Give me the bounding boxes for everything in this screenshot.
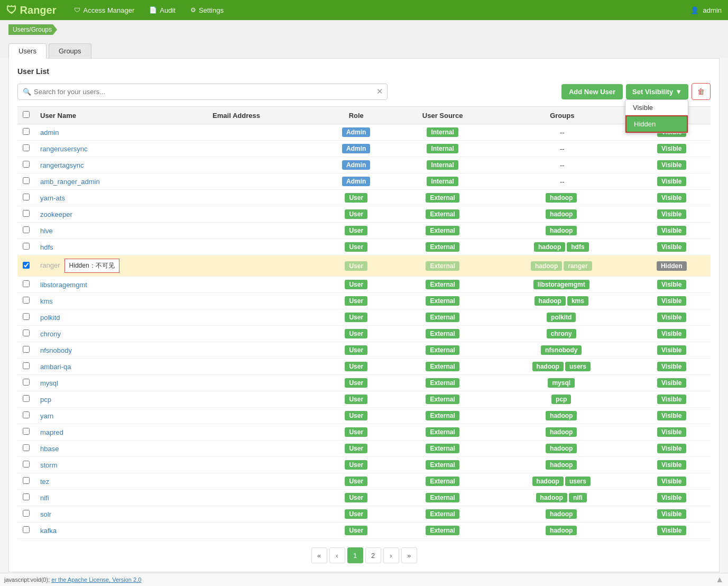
- user-link[interactable]: nifi: [40, 494, 49, 502]
- set-visibility-button[interactable]: Set Visibility ▼: [626, 84, 688, 99]
- group-badge: nifi: [569, 493, 587, 502]
- row-checkbox[interactable]: [23, 428, 30, 435]
- pagination-page-2[interactable]: 2: [365, 547, 381, 563]
- user-link[interactable]: hbase: [40, 445, 59, 453]
- row-checkbox[interactable]: [23, 194, 30, 200]
- user-link[interactable]: storm: [40, 461, 58, 469]
- user-link[interactable]: admin: [40, 129, 59, 136]
- row-checkbox[interactable]: [23, 144, 30, 151]
- table-row: rangerusersyncAdminInternal--Visible: [17, 141, 711, 157]
- status-text: javascript:void(0); er the Apache Licens…: [4, 576, 141, 581]
- visibility-badge: Visible: [657, 345, 686, 355]
- user-link[interactable]: chrony: [40, 330, 61, 338]
- user-link[interactable]: solr: [40, 510, 51, 518]
- visibility-option-visible[interactable]: Visible: [625, 100, 688, 115]
- user-link[interactable]: nfsnobody: [40, 346, 72, 354]
- row-checkbox[interactable]: [23, 128, 30, 135]
- row-checkbox[interactable]: [23, 510, 30, 517]
- row-checkbox[interactable]: [23, 395, 30, 402]
- group-badge: hadoop: [532, 477, 564, 486]
- add-new-user-button[interactable]: Add New User: [561, 84, 623, 99]
- pagination-next[interactable]: ›: [383, 547, 399, 563]
- row-checkbox[interactable]: [23, 493, 30, 500]
- row-checkbox[interactable]: [23, 177, 30, 184]
- user-link[interactable]: amb_ranger_admin: [40, 178, 100, 186]
- tab-groups[interactable]: Groups: [49, 43, 91, 58]
- user-link[interactable]: yarn-ats: [40, 194, 65, 202]
- email-cell: [207, 141, 319, 157]
- user-link[interactable]: hdfs: [40, 243, 53, 251]
- pagination-first[interactable]: «: [311, 547, 327, 563]
- row-checkbox[interactable]: [23, 243, 30, 250]
- pagination-prev[interactable]: ‹: [329, 547, 345, 563]
- groups-cell: hadoop: [492, 190, 633, 206]
- email-cell: [207, 375, 319, 391]
- table-row: solrUserExternalhadoopVisible: [17, 506, 711, 523]
- row-checkbox[interactable]: [23, 329, 30, 336]
- source-badge: Internal: [427, 127, 458, 137]
- groups-cell: hadoop: [492, 457, 633, 473]
- user-link[interactable]: yarn: [40, 412, 53, 420]
- row-checkbox[interactable]: [23, 526, 30, 533]
- tab-users[interactable]: Users: [8, 43, 47, 59]
- groups-cell: hadoopnifi: [492, 490, 633, 506]
- col-header-role: Role: [319, 107, 393, 124]
- email-cell: [207, 359, 319, 375]
- row-checkbox[interactable]: [23, 444, 30, 451]
- user-link[interactable]: ambari-qa: [40, 363, 71, 371]
- role-badge: User: [345, 509, 367, 519]
- groups-cell: hadoop: [492, 424, 633, 441]
- user-link[interactable]: mapred: [40, 428, 63, 436]
- row-checkbox[interactable]: [23, 411, 30, 418]
- col-header-email: Email Address: [207, 107, 319, 124]
- user-link[interactable]: zookeeper: [40, 210, 72, 218]
- user-link[interactable]: pcp: [40, 396, 51, 404]
- row-checkbox[interactable]: [23, 346, 30, 353]
- user-link[interactable]: rangerusersync: [40, 145, 88, 153]
- user-link[interactable]: hive: [40, 227, 53, 235]
- row-checkbox[interactable]: [23, 280, 30, 287]
- delete-button[interactable]: 🗑: [692, 83, 711, 100]
- user-link[interactable]: mysql: [40, 379, 58, 387]
- groups-cell: hadoop: [492, 408, 633, 424]
- visibility-option-hidden[interactable]: Hidden: [625, 115, 688, 133]
- row-checkbox[interactable]: [23, 362, 30, 369]
- source-badge: External: [426, 427, 459, 437]
- pagination-last[interactable]: »: [401, 547, 417, 563]
- brand-logo[interactable]: 🛡 Ranger: [6, 4, 56, 16]
- nav-settings[interactable]: ⚙ Settings: [183, 0, 231, 20]
- nav-access-manager[interactable]: 🛡 Access Manager: [67, 0, 142, 20]
- source-badge: External: [426, 296, 459, 306]
- user-link[interactable]: polkitd: [40, 314, 60, 322]
- source-badge: External: [426, 509, 459, 519]
- row-checkbox[interactable]: [23, 210, 30, 217]
- user-link[interactable]: ranger: [40, 261, 60, 269]
- search-clear-icon[interactable]: ✕: [376, 87, 383, 96]
- groups-cell: polkitd: [492, 309, 633, 326]
- groups-cell: hadoop: [492, 441, 633, 457]
- user-link[interactable]: libstoragemgmt: [40, 281, 87, 289]
- row-checkbox[interactable]: [23, 226, 30, 233]
- table-row: chronyUserExternalchronyVisible: [17, 326, 711, 342]
- brand-shield-icon: 🛡: [6, 4, 17, 16]
- pagination-page-1[interactable]: 1: [347, 547, 363, 563]
- select-all-checkbox[interactable]: [23, 111, 30, 118]
- license-link[interactable]: er the Apache License, Version 2.0: [51, 576, 141, 581]
- row-checkbox[interactable]: [23, 477, 30, 484]
- row-checkbox[interactable]: [23, 161, 30, 168]
- search-input[interactable]: [17, 84, 388, 100]
- groups-cell: --: [492, 124, 633, 141]
- user-link[interactable]: kafka: [40, 527, 57, 535]
- row-checkbox[interactable]: [23, 461, 30, 468]
- user-link[interactable]: kms: [40, 297, 53, 305]
- role-badge: User: [345, 493, 367, 502]
- row-checkbox[interactable]: [23, 379, 30, 386]
- row-checkbox[interactable]: [23, 313, 30, 320]
- nav-audit[interactable]: 📄 Audit: [142, 0, 183, 20]
- row-checkbox[interactable]: [23, 262, 30, 269]
- row-checkbox[interactable]: [23, 297, 30, 304]
- group-badge: hdfs: [567, 242, 588, 252]
- user-link[interactable]: rangertagsync: [40, 161, 84, 169]
- user-link[interactable]: tez: [40, 478, 49, 486]
- breadcrumb[interactable]: Users/Groups: [8, 24, 57, 35]
